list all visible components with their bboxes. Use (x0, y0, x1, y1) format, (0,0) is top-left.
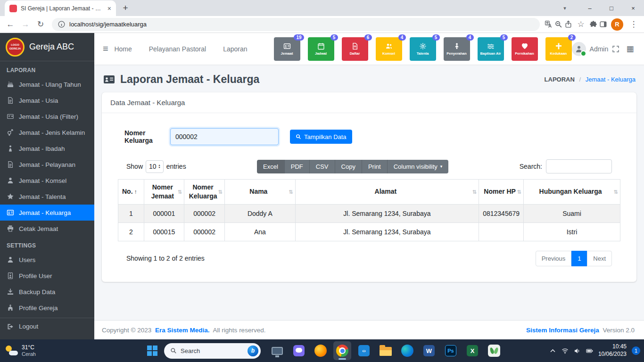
sidebar-item-label: Jemaat - Usia (19, 97, 58, 104)
hamburger-icon[interactable]: ≡ (103, 43, 114, 54)
sidebar-heading-laporan: LAPORAN (0, 61, 94, 76)
pagination-page-1[interactable]: 1 (571, 251, 587, 266)
chrome-icon[interactable] (333, 341, 351, 360)
table-search-input[interactable] (546, 159, 612, 173)
brand[interactable]: LOGO GEREJA Gereja ABC (0, 33, 94, 61)
column-header-nomer-jemaat[interactable]: Nomer Jemaat⇅ (144, 180, 184, 205)
sidebar-item-logout[interactable]: Logout (0, 318, 94, 334)
site-info-icon[interactable] (58, 20, 66, 28)
breadcrumb-section[interactable]: LAPORAN (545, 76, 575, 83)
wifi-icon[interactable] (561, 347, 569, 354)
side-panel-icon[interactable] (599, 20, 607, 28)
share-icon[interactable] (564, 20, 572, 28)
column-visibility-button[interactable]: Column visibility ▾ (387, 160, 449, 173)
sidebar-item-jemaat-ulang-tahun[interactable]: Jemaat - Ulang Tahun (0, 76, 94, 92)
address-bar[interactable]: localhost/sig/jemaatkeluarga (52, 18, 540, 31)
column-header-nomer-hp[interactable]: Nomer HP⇅ (479, 180, 524, 205)
table-row[interactable]: 1 000001 000002 Doddy A Jl. Semarang 123… (118, 204, 620, 222)
sidebar-item-jemaat-usia[interactable]: Jemaat - Usia (0, 92, 94, 108)
start-button[interactable] (147, 346, 157, 356)
tile-pernikahan[interactable]: Pernikahan (512, 37, 538, 61)
browser-tab[interactable]: SI Gereja | Laporan Jemaat - Kelu × (5, 0, 116, 16)
new-tab-button[interactable]: + (119, 1, 132, 15)
photoshop-icon[interactable]: Ps (442, 341, 460, 360)
back-button[interactable]: ← (4, 18, 17, 31)
export-pdf-button[interactable]: PDF (284, 160, 309, 173)
excel-icon[interactable]: X (463, 341, 481, 360)
sidebar-item-jemaat-komsel[interactable]: Jemaat - Komsel (0, 173, 94, 189)
sidebar-item-jemaat-pelayanan[interactable]: Jemaat - Pelayanan (0, 156, 94, 173)
print-button[interactable]: Print (362, 160, 387, 173)
sidebar-item-profile-user[interactable]: Profile User (0, 268, 94, 284)
column-header-alamat[interactable]: Alamat⇅ (295, 180, 479, 205)
app-brand-link[interactable]: Sistem Informasi Gereja (526, 327, 599, 334)
plant-app-icon[interactable] (485, 341, 503, 360)
window-close-button[interactable]: × (622, 5, 644, 12)
pagination-previous[interactable]: Previous (536, 251, 572, 266)
weather-widget[interactable]: 31°C Cerah (6, 339, 36, 362)
export-csv-button[interactable]: CSV (309, 160, 335, 173)
column-header-no[interactable]: No.↑ (118, 180, 144, 205)
sidebar-item-jemaat-keluarga[interactable]: Jemaat - Keluarga (0, 205, 94, 221)
tile-talenta[interactable]: 5 Talenta (410, 37, 436, 61)
tab-close-icon[interactable]: × (107, 5, 111, 12)
copy-button[interactable]: Copy (335, 160, 362, 173)
tile-baptisan-air[interactable]: 5 Baptisan Air (478, 37, 504, 61)
zoom-icon[interactable] (554, 20, 562, 28)
reload-button[interactable]: ↻ (34, 18, 47, 31)
sidebar-item-jemaat-usia-filter[interactable]: Jemaat - Usia (Filter) (0, 108, 94, 124)
sidebar-item-users[interactable]: Users (0, 252, 94, 268)
company-link[interactable]: Era Sistem Media. (155, 327, 210, 334)
tab-search-chevron-icon[interactable]: ▾ (551, 5, 579, 11)
vscode-icon[interactable]: ‹› (355, 341, 373, 360)
apps-grid-icon[interactable]: ▦ (623, 42, 637, 56)
fullscreen-icon[interactable] (608, 42, 623, 56)
pagination-next[interactable]: Next (587, 251, 612, 266)
extensions-puzzle-icon[interactable] (589, 20, 597, 28)
tile-daftar[interactable]: 6 Daftar (342, 37, 368, 61)
filter-form: Nomer Keluarga Tampilkan Data (124, 128, 620, 145)
tile-jemaat[interactable]: 19 Jemaat (274, 37, 300, 61)
edge-icon[interactable] (398, 341, 416, 360)
nav-link-laporan[interactable]: Laporan (223, 45, 247, 53)
admin-menu[interactable]: Admin (572, 42, 609, 56)
taskbar-search[interactable]: Search b (164, 343, 261, 359)
nav-link-pelayanan-pastoral[interactable]: Pelayanan Pastoral (149, 45, 206, 53)
forward-button[interactable]: → (19, 18, 32, 31)
tile-jadwal[interactable]: 5 Jadwal (308, 37, 334, 61)
battery-icon[interactable] (586, 347, 593, 354)
sidebar-item-cetak-jemaat[interactable]: Cetak Jemaat (0, 221, 94, 237)
export-excel-button[interactable]: Excel (257, 160, 284, 173)
column-header-hubungan-keluarga[interactable]: Hubungan Keluarga⇅ (524, 180, 620, 205)
tampilkan-data-button[interactable]: Tampilkan Data (290, 130, 352, 144)
browser-profile-avatar[interactable]: R (611, 18, 623, 31)
sidebar-item-jemaat-ibadah[interactable]: Jemaat - Ibadah (0, 140, 94, 156)
word-icon[interactable]: W (420, 341, 438, 360)
sidebar-item-backup-data[interactable]: Backup Data (0, 284, 94, 300)
firefox-icon[interactable] (312, 341, 330, 360)
notification-badge[interactable]: 1 (632, 346, 640, 355)
bookmark-star-icon[interactable]: ☆ (574, 18, 587, 31)
sidebar-item-jemaat-jenis-kelamin[interactable]: Jemaat - Jenis Kelamin (0, 124, 94, 140)
volume-icon[interactable] (574, 347, 581, 354)
tile-komsel[interactable]: 4 Komsel (376, 37, 402, 61)
column-header-nomer-keluarga[interactable]: Nomer Keluarga⇅ (184, 180, 225, 205)
tray-chevron-up-icon[interactable] (549, 347, 556, 354)
window-maximize-button[interactable]: □ (601, 5, 622, 12)
sidebar-item-profile-gereja[interactable]: Profile Gereja (0, 300, 94, 316)
entries-length-select[interactable]: 10 ▴▾ (146, 160, 164, 173)
browser-menu-icon[interactable]: ⋮ (627, 18, 640, 31)
folder-icon[interactable] (377, 341, 395, 360)
rights-text: All rights reserved. (213, 327, 266, 334)
chat-icon[interactable] (290, 341, 308, 360)
tile-kedukaan[interactable]: 2 Kedukaan (545, 37, 572, 61)
taskbar-clock[interactable]: 10:45 10/06/2023 (598, 343, 627, 358)
file-explorer-icon[interactable] (268, 341, 286, 360)
window-minimize-button[interactable]: – (579, 5, 601, 12)
tile-penyerahan[interactable]: 4 Penyerahan (444, 37, 470, 61)
nomer-keluarga-input[interactable] (170, 128, 279, 145)
sidebar-item-jemaat-talenta[interactable]: Jemaat - Talenta (0, 189, 94, 205)
nav-link-home[interactable]: Home (114, 45, 132, 53)
table-row[interactable]: 2 000015 000002 Ana Jl. Semarang 1234, S… (118, 222, 620, 241)
translate-icon[interactable] (545, 20, 553, 28)
